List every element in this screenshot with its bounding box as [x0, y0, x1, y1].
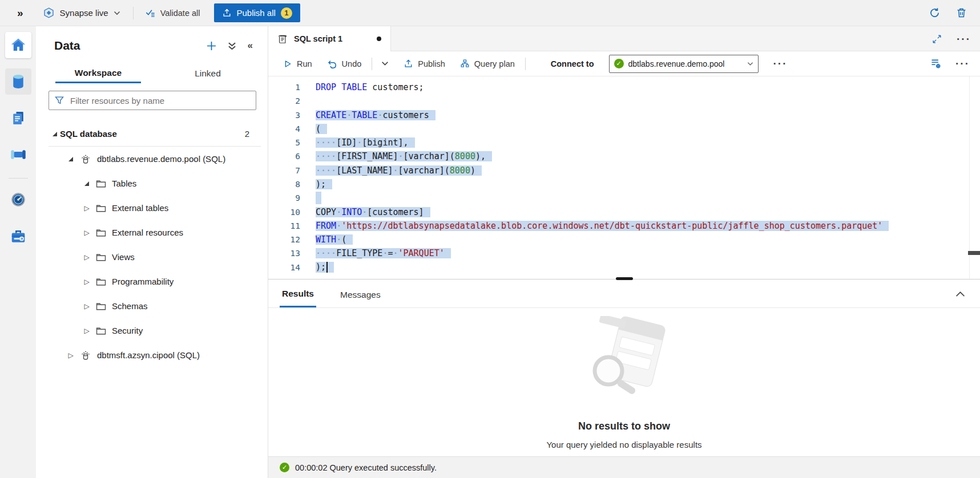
line-number[interactable]: 12	[268, 235, 300, 244]
tree-expander-expanded[interactable]	[50, 132, 60, 136]
properties-icon[interactable]	[930, 58, 942, 70]
tree-item-views[interactable]: ▷Views	[36, 245, 268, 269]
code-line-4[interactable]: 4(	[268, 122, 980, 136]
tab-sql-script-1[interactable]: SQL script 1	[268, 26, 391, 51]
line-number[interactable]: 3	[268, 111, 300, 120]
tree-item-security[interactable]: ▷Security	[36, 318, 268, 343]
line-number[interactable]: 13	[268, 249, 300, 258]
editor-scrollbar-mark[interactable]	[968, 251, 980, 255]
sql-script-icon	[277, 34, 288, 44]
collapse-panel-icon[interactable]: «	[248, 40, 253, 51]
tree-expander-collapsed[interactable]: ▷	[82, 205, 92, 212]
tab-workspace[interactable]: Workspace	[55, 64, 141, 83]
empty-state-subtitle: Your query yielded no displayable result…	[546, 440, 701, 449]
code-line-11[interactable]: 11FROM·'https://dbtlabsynapsedatalake.bl…	[268, 219, 980, 233]
run-options-chevron[interactable]	[381, 61, 389, 66]
rail-item-integrate[interactable]	[5, 141, 31, 168]
code-line-2[interactable]: 2	[268, 94, 980, 108]
expand-sidebar-chevrons[interactable]: »	[17, 7, 23, 19]
rail-item-home[interactable]	[5, 32, 31, 58]
publish-all-button[interactable]: Publish all 1	[214, 3, 300, 22]
splitter-drag-handle[interactable]	[616, 277, 633, 280]
collapse-all-icon[interactable]	[228, 42, 236, 50]
line-number[interactable]: 6	[268, 152, 300, 161]
tab-linked[interactable]: Linked	[165, 64, 251, 83]
refresh-button[interactable]	[929, 7, 941, 19]
tree-item-schemas[interactable]: ▷Schemas	[36, 294, 268, 318]
rail-item-develop[interactable]	[5, 105, 31, 131]
tree-expander-collapsed[interactable]: ▷	[82, 229, 92, 236]
code-line-content: (	[316, 124, 327, 134]
tree-item-sql-database[interactable]: SQL database2	[36, 121, 268, 146]
run-button[interactable]: Run	[283, 59, 312, 68]
results-panel: Results Messages	[268, 282, 980, 456]
code-line-13[interactable]: 13····FILE_TYPE·=·'PARQUET'	[268, 246, 980, 260]
tree-expander-expanded[interactable]	[66, 157, 76, 161]
line-number[interactable]: 11	[268, 221, 300, 230]
filter-resources-input[interactable]	[69, 95, 250, 106]
line-number[interactable]: 9	[268, 193, 300, 202]
code-line-6[interactable]: 6····[FIRST_NAME]·[varchar](8000),	[268, 149, 980, 163]
publish-button[interactable]: Publish	[404, 59, 445, 68]
tree-item-dbtlabs-revenue-demo-pool-sql[interactable]: dbtlabs.revenue.demo.pool (SQL)	[36, 147, 268, 171]
line-number[interactable]: 10	[268, 208, 300, 217]
tree-item-label: dbtmsft.azsyn.cipool (SQL)	[97, 350, 200, 360]
tree-item-dbtmsft-azsyn-cipool-sql[interactable]: ▷dbtmsft.azsyn.cipool (SQL)	[36, 343, 268, 367]
code-line-5[interactable]: 5····[ID]·[bigint],	[268, 136, 980, 149]
line-number[interactable]: 5	[268, 138, 300, 147]
line-number[interactable]: 8	[268, 180, 300, 189]
publish-icon	[222, 8, 232, 18]
tree-expander-collapsed[interactable]: ▷	[82, 327, 92, 334]
tree-item-tables[interactable]: Tables	[36, 171, 268, 196]
more-actions-icon[interactable]: ···	[957, 34, 971, 44]
tab-messages[interactable]: Messages	[338, 282, 383, 307]
code-line-7[interactable]: 7····[LAST_NAME]·[varchar](8000)	[268, 164, 980, 177]
tree-expander-collapsed[interactable]: ▷	[82, 303, 92, 310]
code-line-10[interactable]: 10COPY·INTO·[customers]	[268, 205, 980, 218]
line-number[interactable]: 14	[268, 263, 300, 272]
tree-expander-collapsed[interactable]: ▷	[82, 254, 92, 261]
tree-expander-collapsed[interactable]: ▷	[66, 352, 76, 359]
rail-item-data[interactable]	[5, 68, 31, 95]
rail-item-manage[interactable]	[5, 223, 31, 249]
sql-pool-icon	[80, 153, 91, 165]
tree-expander-collapsed[interactable]: ▷	[82, 278, 92, 285]
more-panel-actions-icon[interactable]: ···	[955, 58, 970, 69]
run-play-icon	[283, 59, 292, 68]
line-number[interactable]: 1	[268, 83, 300, 92]
line-number[interactable]: 7	[268, 166, 300, 175]
more-toolbar-actions-icon[interactable]: ···	[773, 58, 788, 69]
query-plan-button[interactable]: Query plan	[460, 59, 515, 68]
tree-expander-expanded[interactable]	[82, 181, 92, 186]
tree-item-label: External tables	[112, 203, 168, 213]
monitor-icon	[10, 192, 26, 208]
expand-editor-icon[interactable]	[932, 34, 942, 44]
rail-item-monitor[interactable]	[5, 187, 31, 213]
tree-item-label: Views	[112, 252, 135, 262]
collapse-results-chevron-icon[interactable]	[955, 289, 965, 299]
code-line-14[interactable]: 14);	[268, 260, 980, 274]
code-line-3[interactable]: 3CREATE·TABLE·customers	[268, 108, 980, 122]
undo-button[interactable]: Undo	[327, 59, 362, 69]
develop-icon	[10, 110, 26, 126]
rail-divider	[9, 178, 28, 179]
line-number[interactable]: 4	[268, 124, 300, 133]
tree-item-external-tables[interactable]: ▷External tables	[36, 196, 268, 220]
code-line-12[interactable]: 12WITH·(	[268, 233, 980, 246]
tree-item-programmability[interactable]: ▷Programmability	[36, 269, 268, 294]
chevron-down-icon	[747, 62, 753, 66]
add-resource-button[interactable]	[207, 41, 216, 51]
branch-mode-selector[interactable]: Synapse live	[43, 7, 120, 19]
code-line-1[interactable]: 1DROP TABLE customers;	[268, 80, 980, 94]
pool-select-dropdown[interactable]: ✓ dbtlabs.revenue.demo.pool	[609, 55, 759, 73]
tree-item-label: Tables	[112, 179, 136, 188]
text-cursor	[326, 262, 328, 273]
line-number[interactable]: 2	[268, 96, 300, 106]
validate-all-button[interactable]: Validate all	[145, 7, 200, 18]
sql-code-editor[interactable]: 1DROP TABLE customers;23CREATE·TABLE·cus…	[268, 76, 980, 279]
code-line-8[interactable]: 8);	[268, 177, 980, 191]
code-line-9[interactable]: 9	[268, 191, 980, 205]
tab-results[interactable]: Results	[280, 282, 316, 307]
tree-item-external-resources[interactable]: ▷External resources	[36, 220, 268, 245]
discard-trash-button[interactable]	[955, 7, 967, 19]
